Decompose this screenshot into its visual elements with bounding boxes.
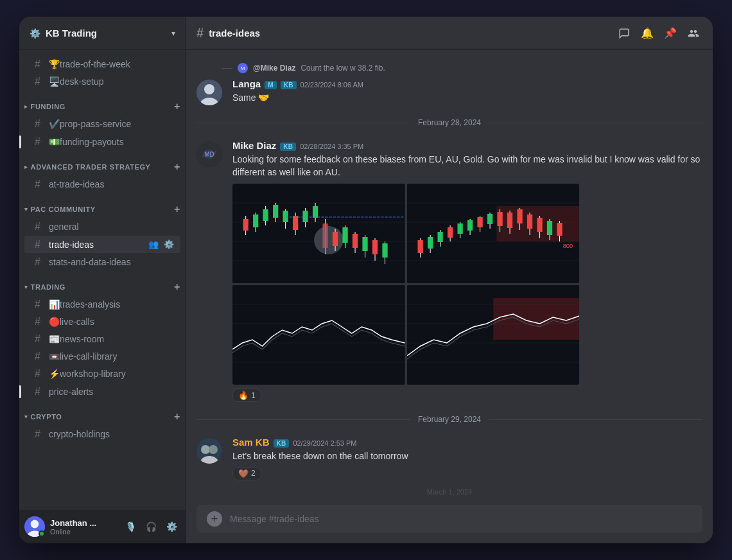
charts-grid: 800 (232, 184, 579, 385)
server-name: KB Trading (46, 28, 97, 39)
sidebar-item-live-calls[interactable]: # 🔴live-calls (24, 313, 180, 330)
hash-icon: # (35, 76, 45, 87)
add-channel-icon[interactable]: + (174, 411, 180, 423)
hash-icon: # (35, 316, 45, 328)
header-channel-name: trade-ideas (209, 28, 260, 39)
message-header: Mike Diaz KB 02/28/2024 3:35 PM (232, 140, 702, 151)
sidebar-item-workshop-library[interactable]: # ⚡workshop-library (24, 365, 180, 382)
price-alerts-wrapper: # price-alerts (19, 383, 186, 401)
attach-button[interactable]: + (207, 511, 222, 527)
divider-line (489, 123, 702, 123)
mute-button[interactable]: 🎙️ (121, 518, 139, 536)
svg-rect-23 (283, 211, 288, 222)
message-avatar[interactable] (196, 438, 222, 464)
server-header[interactable]: ⚙️ KB Trading ▾ (19, 17, 186, 50)
add-channel-icon[interactable]: + (174, 161, 180, 173)
sidebar-item-trade-ideas[interactable]: # trade-ideas 👥 ⚙️ (24, 236, 180, 253)
sidebar-item-prop-pass-service[interactable]: # ✔️prop-pass-service (24, 116, 180, 132)
sidebar-item-news-room[interactable]: # 📰news-room (24, 331, 180, 347)
hash-icon: # (35, 179, 45, 190)
server-icon: ⚙️ (30, 28, 40, 39)
svg-rect-21 (273, 205, 278, 218)
settings-button[interactable]: ⚙️ (162, 518, 180, 536)
message-avatar[interactable]: MD (196, 141, 222, 167)
date-divider-feb29: February 29, 2024 (186, 405, 713, 434)
message-text: Let's break these down on the call tomor… (232, 450, 702, 463)
sidebar: ⚙️ KB Trading ▾ # 🏆trade-of-the-week # 🖥… (19, 17, 186, 543)
sidebar-item-price-alerts[interactable]: # price-alerts (24, 383, 98, 400)
category-crypto[interactable]: ▾ CRYPTO + (19, 401, 186, 425)
settings-icon[interactable]: ⚙️ (162, 238, 175, 250)
hash-icon: # (35, 333, 45, 345)
messages-area: M @Mike Diaz Count the low w 38.2 fib. (186, 50, 713, 505)
sidebar-item-trade-of-the-week[interactable]: # 🏆trade-of-the-week (24, 56, 180, 73)
add-channel-icon[interactable]: + (174, 281, 180, 293)
svg-rect-73 (517, 209, 522, 223)
svg-point-4 (204, 84, 214, 94)
svg-rect-38 (353, 234, 358, 248)
sidebar-item-funding-payouts[interactable]: # 💵funding-payouts (24, 134, 129, 150)
reaction-emoji: 🤎 (238, 469, 248, 478)
pin-icon[interactable]: 📌 (661, 24, 679, 42)
members-icon[interactable] (684, 24, 702, 42)
svg-text:800: 800 (562, 243, 572, 249)
category-arrow-icon: ▾ (24, 206, 28, 213)
avatar: MD (196, 141, 222, 167)
svg-rect-56 (437, 232, 442, 242)
category-advanced-trader[interactable]: ▸ ADVANCED TRADER STRATEGY + (19, 151, 186, 175)
category-arrow-icon: ▸ (24, 103, 28, 110)
message-avatar[interactable] (196, 80, 222, 105)
svg-rect-58 (447, 227, 452, 238)
notifications-icon[interactable]: 🔔 (638, 24, 656, 42)
threads-icon[interactable] (615, 24, 633, 42)
message-content: Sam KB KB 02/29/2024 2:53 PM Let's break… (232, 437, 702, 480)
svg-rect-71 (507, 213, 512, 228)
hash-icon: # (35, 256, 45, 268)
reaction-emoji: 🔥 (238, 390, 248, 400)
reaction-heart[interactable]: 🤎 2 (232, 467, 261, 480)
add-channel-icon[interactable]: + (174, 204, 180, 215)
reply-text: Count the low w 38.2 fib. (301, 64, 385, 73)
sidebar-item-stats-and-data-ideas[interactable]: # stats-and-data-ideas (24, 254, 180, 270)
sidebar-item-live-call-library[interactable]: # 📼live-call-library (24, 348, 180, 365)
message-header: Sam KB KB 02/29/2024 2:53 PM (232, 437, 702, 448)
svg-rect-19 (263, 209, 268, 221)
divider-line (196, 419, 410, 420)
category-funding[interactable]: ▸ FUNDING + (19, 91, 186, 115)
hash-icon: # (35, 136, 45, 148)
hash-icon: # (35, 239, 45, 250)
svg-text:MD: MD (204, 151, 214, 158)
sidebar-item-crypto-holdings[interactable]: # crypto-holdings (24, 426, 180, 442)
hash-icon: # (35, 428, 45, 440)
members-icon[interactable]: 👥 (147, 238, 160, 250)
hash-icon: # (35, 299, 45, 310)
message-author: Mike Diaz (232, 140, 276, 151)
message-time: 02/29/2024 2:53 PM (293, 439, 356, 447)
category-arrow-icon: ▾ (24, 284, 28, 290)
reaction-fire[interactable]: 🔥 1 (232, 389, 261, 402)
channel-header-left: # trade-ideas (196, 26, 260, 40)
message-time: 02/23/2024 8:06 AM (301, 81, 363, 89)
category-label: FUNDING (31, 103, 65, 110)
svg-rect-34 (333, 232, 338, 246)
svg-rect-27 (302, 211, 308, 222)
sidebar-item-desk-setup[interactable]: # 🖥️desk-setup (24, 73, 180, 90)
hash-icon: # (35, 221, 45, 232)
svg-rect-69 (497, 212, 502, 226)
category-trading[interactable]: ▾ TRADING + (19, 271, 186, 295)
sidebar-item-trades-analysis[interactable]: # 📊trades-analysis (24, 296, 180, 313)
deafen-button[interactable]: 🎧 (142, 518, 160, 536)
svg-rect-54 (428, 237, 433, 249)
hash-icon: # (35, 118, 45, 130)
avatar (196, 80, 222, 105)
category-pac-community[interactable]: ▾ PAC COMMUNITY + (19, 193, 186, 218)
add-channel-icon[interactable]: + (174, 101, 180, 112)
active-indicator (19, 136, 21, 148)
sidebar-item-at-trade-ideas[interactable]: # at-trade-ideas (24, 176, 180, 193)
message-input[interactable] (230, 514, 692, 524)
active-indicator (19, 385, 21, 398)
divider-line (196, 123, 410, 123)
sidebar-item-general[interactable]: # general (24, 218, 180, 235)
svg-rect-77 (537, 218, 542, 232)
user-avatar-wrapper (24, 516, 45, 537)
